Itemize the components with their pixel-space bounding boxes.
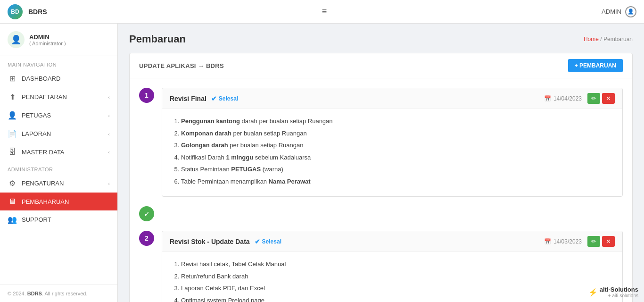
admin-label: ADMIN [602, 8, 621, 15]
sidebar-item-laporan[interactable]: 📄 LAPORAN ‹ [0, 125, 117, 143]
timeline-body-1: Penggunan kantong darah per bualan setia… [162, 109, 622, 196]
date-value-2: 14/03/2023 [553, 238, 582, 245]
card-header: UPDATE APLIKASI → BDRS + PEMBARUAN [130, 53, 632, 78]
item-date-2: 📅 14/03/2023 [544, 238, 582, 245]
user-info: ADMIN ( Administrator ) [29, 34, 66, 46]
app-logo: BD [8, 4, 23, 19]
status-badge-2: ✔ Selesai [255, 238, 281, 245]
item-title-1: Revisi Final [170, 95, 206, 102]
timeline-header-1: Revisi Final ✔ Selesai 📅 14/04/2023 ✏ [162, 88, 622, 109]
sidebar-item-label: PETUGAS [22, 112, 51, 119]
logo-text: BD [11, 8, 19, 15]
breadcrumb-home[interactable]: Home [584, 36, 599, 42]
list-item: Komponan darah per bualan setiap Ruangan [181, 129, 613, 138]
laporan-icon: 📄 [8, 129, 17, 138]
list-item: Laporan Cetak PDF, dan Excel [181, 284, 613, 293]
timeline-content-2: Revisi Stok - Update Data ✔ Selesai 📅 14… [162, 231, 623, 302]
breadcrumb-current: Pembaruan [603, 36, 633, 42]
main-content: Pembaruan Home / Pembaruan UPDATE APLIKA… [118, 24, 644, 302]
hamburger-icon[interactable]: ≡ [322, 7, 327, 17]
chevron-icon: ‹ [108, 94, 110, 100]
pengaturan-icon: ⚙ [8, 179, 17, 188]
list-item: Notifikasi Darah 1 minggu sebelum Kadalu… [181, 153, 613, 162]
admin-avatar: 👤 [625, 6, 636, 17]
edit-button-2[interactable]: ✏ [587, 236, 600, 247]
item-actions-1: ✏ ✕ [587, 93, 615, 104]
user-icon: 👤 [8, 31, 25, 48]
aiti-sub: + aiti-solutions [600, 293, 638, 298]
card-header-title: UPDATE APLIKASI → BDRS [139, 62, 224, 69]
timeline-badge-1: 1 [139, 88, 154, 103]
user-role: ( Administrator ) [29, 41, 66, 46]
petugas-icon: 👤 [8, 111, 17, 120]
timeline-check-badge: ✓ [139, 206, 154, 221]
timeline-body-2: Revisi hasil cetak, Tabel Cetak Manual R… [162, 252, 622, 302]
sidebar: 👤 ADMIN ( Administrator ) Main Navigatio… [0, 24, 118, 302]
pembaruan-card: UPDATE APLIKASI → BDRS + PEMBARUAN 1 Rev… [129, 53, 633, 302]
aiti-brand: aiti-Solutions [600, 286, 638, 293]
list-item: Optimasi system Preload page [181, 296, 613, 302]
sidebar-user: 👤 ADMIN ( Administrator ) [0, 24, 117, 56]
timeline-item-2: 2 Revisi Stok - Update Data ✔ Selesai 📅 … [139, 231, 623, 302]
item-date-1: 📅 14/04/2023 [544, 95, 582, 102]
status-label-2: Selesai [262, 238, 281, 245]
page-header: Pembaruan Home / Pembaruan [129, 33, 633, 45]
aiti-brand-block: aiti-Solutions + aiti-solutions [600, 286, 638, 298]
lightning-icon: ⚡ [588, 288, 598, 297]
timeline-header-2: Revisi Stok - Update Data ✔ Selesai 📅 14… [162, 231, 622, 252]
sidebar-item-dashboard[interactable]: ⊞ DASHBOARD [0, 69, 117, 88]
delete-button-2[interactable]: ✕ [602, 236, 615, 247]
delete-button-1[interactable]: ✕ [602, 93, 615, 104]
calendar-icon-2: 📅 [544, 238, 551, 245]
timeline-item-1: 1 Revisi Final ✔ Selesai 📅 14/04/2023 [139, 88, 623, 197]
sidebar-item-label: PEMBAHARUAN [22, 198, 69, 205]
date-value-1: 14/04/2023 [553, 95, 582, 102]
breadcrumb: Home / Pembaruan [584, 36, 633, 42]
pendaftaran-icon: ⬆ [8, 92, 17, 101]
sidebar-item-support[interactable]: 👥 SUPPORT [0, 210, 117, 229]
add-pembaruan-button[interactable]: + PEMBARUAN [568, 59, 623, 72]
sidebar-item-master-data[interactable]: 🗄 MASTER DATA ‹ [0, 143, 117, 161]
sidebar-item-petugas[interactable]: 👤 PETUGAS ‹ [0, 106, 117, 125]
item-actions-2: ✏ ✕ [587, 236, 615, 247]
page-title: Pembaruan [129, 33, 186, 45]
admin-nav-label: Administrator [0, 161, 117, 174]
chevron-icon: ‹ [108, 181, 110, 186]
aiti-footer: ⚡ aiti-Solutions + aiti-solutions [588, 286, 638, 298]
chevron-icon: ‹ [108, 131, 110, 137]
support-icon: 👥 [8, 215, 17, 224]
sidebar-item-label: PENGATURAN [22, 180, 64, 187]
check-icon-2: ✔ [255, 238, 260, 245]
app-title: BDRS [28, 8, 47, 16]
list-item: Revisi hasil cetak, Tabel Cetak Manual [181, 260, 613, 269]
footer-text: © 2024. BDRS. All rights reserved. [8, 291, 88, 296]
edit-button-1[interactable]: ✏ [587, 93, 600, 104]
sidebar-item-label: LAPORAN [22, 130, 51, 137]
sidebar-item-pendaftaran[interactable]: ⬆ PENDAFTARAN ‹ [0, 88, 117, 106]
master-data-icon: 🗄 [8, 148, 17, 156]
sidebar-item-label: PENDAFTARAN [22, 93, 67, 101]
list-item: Retur/refund Bank darah [181, 272, 613, 281]
topbar-left: BD BDRS [8, 4, 47, 19]
chevron-icon: ‹ [108, 113, 110, 118]
sidebar-item-pengaturan[interactable]: ⚙ PENGATURAN ‹ [0, 174, 117, 193]
sidebar-item-pembaharuan[interactable]: 🖥 PEMBAHARUAN [0, 193, 117, 210]
pembaharuan-icon: 🖥 [8, 197, 17, 206]
topbar-right: ADMIN 👤 [602, 6, 636, 17]
sidebar-item-label: SUPPORT [22, 216, 51, 223]
timeline: 1 Revisi Final ✔ Selesai 📅 14/04/2023 [130, 78, 632, 302]
check-icon-1: ✔ [211, 95, 217, 102]
sidebar-item-label: MASTER DATA [22, 149, 65, 156]
sidebar-footer: © 2024. BDRS. All rights reserved. [0, 285, 117, 302]
calendar-icon-1: 📅 [544, 95, 551, 102]
item-title-2: Revisi Stok - Update Data [170, 238, 250, 245]
chevron-icon: ‹ [108, 149, 110, 155]
main-nav-label: Main Navigation [0, 56, 117, 69]
list-item: Penggunan kantong darah per bualan setia… [181, 117, 613, 126]
status-badge-1: ✔ Selesai [211, 95, 238, 102]
timeline-content-1: Revisi Final ✔ Selesai 📅 14/04/2023 ✏ [162, 88, 623, 197]
timeline-check-row: ✓ [139, 206, 623, 221]
list-item: Table Permintaan menampilkan Nama Perawa… [181, 177, 613, 186]
user-name: ADMIN [29, 34, 66, 41]
timeline-badge-2: 2 [139, 231, 154, 246]
